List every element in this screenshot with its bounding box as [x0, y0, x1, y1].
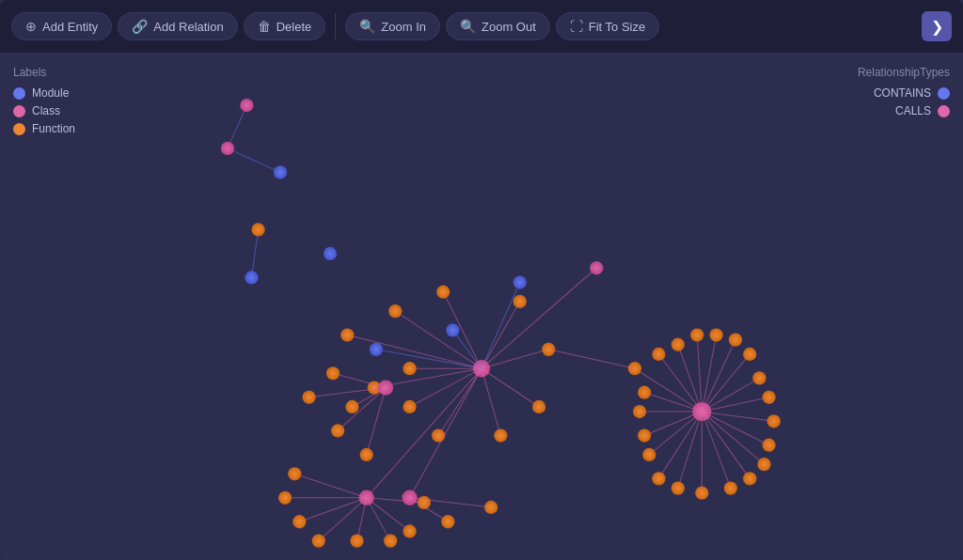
svg-point-8 [245, 271, 258, 284]
svg-point-62 [278, 491, 292, 505]
toolbar: ⊕ Add Entity 🔗 Add Relation 🗑 Delete 🔍 Z… [0, 0, 963, 53]
svg-point-29 [532, 400, 545, 413]
svg-point-27 [513, 295, 527, 308]
svg-line-16 [482, 368, 539, 407]
legend-contains: CONTAINS [858, 86, 950, 100]
svg-point-102 [652, 472, 665, 485]
svg-line-39 [338, 388, 386, 431]
svg-line-85 [702, 412, 750, 478]
sidebar-toggle-button[interactable]: ❯ [922, 11, 952, 41]
svg-point-109 [767, 414, 781, 428]
svg-line-12 [395, 311, 482, 368]
svg-point-7 [324, 247, 337, 260]
svg-point-30 [494, 428, 507, 442]
delete-label: Delete [276, 20, 312, 34]
graph-area[interactable]: Labels Module Class Function Relationshi… [0, 53, 963, 560]
legend-function: Function [13, 122, 75, 135]
svg-line-92 [702, 340, 735, 412]
svg-line-80 [649, 412, 702, 455]
svg-point-112 [743, 348, 756, 361]
svg-point-115 [690, 328, 703, 341]
svg-point-24 [340, 328, 354, 341]
svg-point-4 [274, 165, 287, 179]
legend-class-label: Class [32, 104, 60, 117]
svg-point-58 [350, 534, 363, 547]
delete-button[interactable]: 🗑 Delete [244, 12, 326, 40]
svg-point-113 [729, 334, 742, 347]
svg-point-99 [633, 405, 646, 418]
legend-calls-dot [938, 105, 950, 117]
fit-to-size-button[interactable]: ⛶ Fit To Size [556, 12, 659, 40]
graph-svg [0, 53, 963, 560]
legend-labels: Labels Module Class Function [13, 66, 75, 140]
legend-class-dot [13, 105, 25, 117]
svg-point-31 [432, 428, 445, 442]
svg-point-33 [403, 362, 416, 375]
sidebar-toggle-icon: ❯ [931, 18, 943, 36]
add-entity-label: Add Entity [42, 20, 98, 34]
svg-point-103 [671, 481, 685, 494]
svg-point-46 [345, 400, 358, 413]
svg-line-14 [482, 302, 520, 368]
svg-line-93 [702, 335, 716, 412]
svg-line-82 [678, 412, 702, 489]
add-relation-button[interactable]: 🔗 Add Relation [118, 12, 237, 40]
svg-line-11 [347, 335, 482, 369]
svg-point-32 [403, 400, 416, 413]
legend-relation-title: RelationshipTypes [858, 66, 950, 79]
svg-point-114 [709, 328, 722, 341]
svg-line-49 [319, 498, 367, 541]
svg-line-1 [228, 148, 280, 172]
legend-calls-label: CALLS [895, 104, 931, 117]
svg-line-48 [299, 498, 366, 521]
main-container: ⊕ Add Entity 🔗 Add Relation 🗑 Delete 🔍 Z… [0, 0, 963, 560]
svg-line-55 [294, 474, 366, 497]
svg-point-63 [288, 467, 301, 480]
fit-to-size-label: Fit To Size [589, 20, 645, 34]
svg-point-56 [292, 515, 306, 528]
svg-point-104 [695, 487, 708, 500]
svg-line-84 [702, 412, 731, 489]
svg-line-96 [658, 354, 702, 412]
legend-contains-label: CONTAINS [874, 86, 931, 100]
svg-line-88 [702, 412, 773, 421]
zoom-in-button[interactable]: 🔍 Zoom In [345, 12, 440, 40]
svg-point-117 [652, 348, 665, 361]
svg-line-17 [482, 368, 500, 435]
svg-point-100 [638, 428, 651, 442]
legend-relation: RelationshipTypes CONTAINS CALLS [858, 66, 950, 122]
svg-line-18 [438, 368, 482, 435]
svg-line-37 [333, 373, 386, 387]
svg-point-106 [743, 472, 756, 485]
legend-function-label: Function [32, 122, 75, 135]
svg-point-34 [446, 323, 459, 336]
svg-point-59 [384, 534, 397, 547]
svg-point-108 [763, 439, 776, 452]
svg-point-110 [763, 391, 776, 404]
svg-point-44 [331, 424, 344, 437]
svg-line-15 [482, 350, 548, 368]
svg-line-118 [548, 350, 635, 368]
svg-point-67 [441, 515, 454, 528]
legend-calls: CALLS [858, 104, 950, 117]
svg-line-0 [228, 105, 246, 148]
add-entity-icon: ⊕ [25, 19, 37, 34]
svg-point-42 [326, 366, 339, 380]
svg-point-68 [484, 501, 497, 514]
svg-point-35 [370, 343, 383, 356]
svg-line-40 [367, 388, 386, 455]
svg-point-45 [360, 448, 373, 461]
svg-line-5 [251, 229, 258, 277]
legend-labels-title: Labels [13, 66, 75, 79]
legend-contains-dot [938, 87, 950, 100]
svg-line-79 [644, 412, 702, 435]
svg-point-74 [590, 261, 603, 274]
zoom-out-button[interactable]: 🔍 Zoom Out [446, 12, 550, 40]
svg-point-60 [403, 524, 416, 537]
fit-to-size-icon: ⛶ [570, 19, 583, 34]
add-entity-button[interactable]: ⊕ Add Entity [11, 12, 112, 40]
zoom-out-label: Zoom Out [482, 20, 536, 34]
legend-class: Class [13, 104, 75, 117]
zoom-in-label: Zoom In [381, 20, 426, 34]
svg-line-77 [644, 393, 702, 412]
